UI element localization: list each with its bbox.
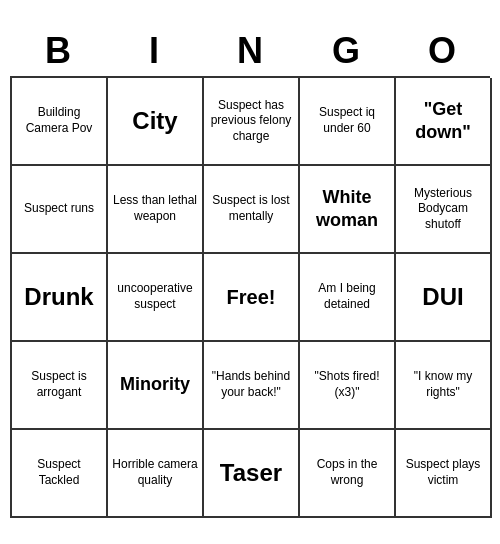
cell-text-3-2: "Hands behind your back!" (208, 369, 294, 400)
bingo-cell-0-1[interactable]: City (108, 78, 204, 166)
header-o: O (398, 30, 486, 72)
bingo-cell-0-2[interactable]: Suspect has previous felony charge (204, 78, 300, 166)
cell-text-4-2: Taser (220, 457, 282, 488)
cell-text-2-1: uncooperative suspect (112, 281, 198, 312)
bingo-cell-2-4[interactable]: DUI (396, 254, 492, 342)
cell-text-2-2: Free! (227, 284, 276, 310)
cell-text-2-3: Am I being detained (304, 281, 390, 312)
cell-text-3-4: "I know my rights" (400, 369, 486, 400)
cell-text-3-0: Suspect is arrogant (16, 369, 102, 400)
bingo-cell-4-1[interactable]: Horrible camera quality (108, 430, 204, 518)
cell-text-0-0: Building Camera Pov (16, 105, 102, 136)
header-i: I (110, 30, 198, 72)
header-n: N (206, 30, 294, 72)
bingo-cell-3-2[interactable]: "Hands behind your back!" (204, 342, 300, 430)
bingo-container: B I N G O Building Camera PovCitySuspect… (10, 26, 490, 518)
cell-text-0-2: Suspect has previous felony charge (208, 98, 294, 145)
bingo-header: B I N G O (10, 26, 490, 76)
cell-text-0-3: Suspect iq under 60 (304, 105, 390, 136)
bingo-cell-1-1[interactable]: Less than lethal weapon (108, 166, 204, 254)
header-b: B (14, 30, 102, 72)
bingo-cell-4-3[interactable]: Cops in the wrong (300, 430, 396, 518)
bingo-cell-3-4[interactable]: "I know my rights" (396, 342, 492, 430)
cell-text-1-3: White woman (304, 186, 390, 233)
bingo-cell-3-3[interactable]: "Shots fired! (x3)" (300, 342, 396, 430)
cell-text-4-4: Suspect plays victim (400, 457, 486, 488)
bingo-cell-3-0[interactable]: Suspect is arrogant (12, 342, 108, 430)
bingo-cell-2-1[interactable]: uncooperative suspect (108, 254, 204, 342)
cell-text-1-2: Suspect is lost mentally (208, 193, 294, 224)
bingo-cell-1-3[interactable]: White woman (300, 166, 396, 254)
bingo-cell-1-4[interactable]: Mysterious Bodycam shutoff (396, 166, 492, 254)
cell-text-0-4: "Get down" (400, 98, 486, 145)
cell-text-1-4: Mysterious Bodycam shutoff (400, 186, 486, 233)
cell-text-1-1: Less than lethal weapon (112, 193, 198, 224)
cell-text-4-3: Cops in the wrong (304, 457, 390, 488)
header-g: G (302, 30, 390, 72)
bingo-cell-1-2[interactable]: Suspect is lost mentally (204, 166, 300, 254)
cell-text-3-3: "Shots fired! (x3)" (304, 369, 390, 400)
cell-text-1-0: Suspect runs (24, 201, 94, 217)
cell-text-4-0: Suspect Tackled (16, 457, 102, 488)
cell-text-3-1: Minority (120, 373, 190, 396)
bingo-cell-0-4[interactable]: "Get down" (396, 78, 492, 166)
bingo-cell-4-2[interactable]: Taser (204, 430, 300, 518)
bingo-cell-2-0[interactable]: Drunk (12, 254, 108, 342)
bingo-cell-2-2[interactable]: Free! (204, 254, 300, 342)
cell-text-0-1: City (132, 105, 177, 136)
cell-text-2-4: DUI (422, 281, 463, 312)
bingo-cell-4-4[interactable]: Suspect plays victim (396, 430, 492, 518)
bingo-cell-1-0[interactable]: Suspect runs (12, 166, 108, 254)
cell-text-4-1: Horrible camera quality (112, 457, 198, 488)
bingo-cell-0-0[interactable]: Building Camera Pov (12, 78, 108, 166)
bingo-cell-3-1[interactable]: Minority (108, 342, 204, 430)
bingo-cell-2-3[interactable]: Am I being detained (300, 254, 396, 342)
cell-text-2-0: Drunk (24, 281, 93, 312)
bingo-cell-4-0[interactable]: Suspect Tackled (12, 430, 108, 518)
bingo-grid: Building Camera PovCitySuspect has previ… (10, 76, 490, 518)
bingo-cell-0-3[interactable]: Suspect iq under 60 (300, 78, 396, 166)
